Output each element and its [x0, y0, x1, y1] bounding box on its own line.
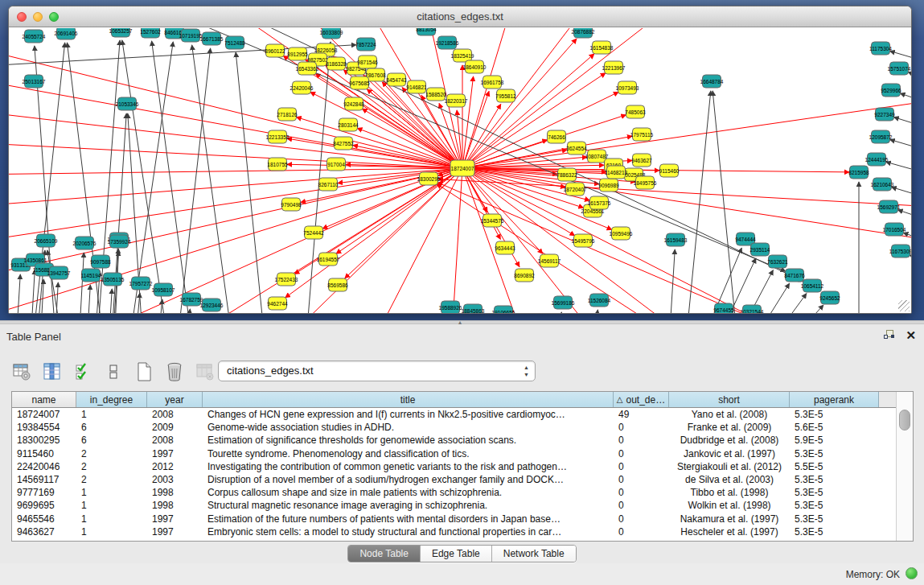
- network-node[interactable]: 11526084: [588, 294, 611, 307]
- network-node[interactable]: 18220317: [445, 94, 468, 107]
- cell-in_degree[interactable]: 1: [76, 408, 147, 421]
- cell-year[interactable]: 2009: [147, 421, 203, 434]
- network-node[interactable]: 10321544: [741, 305, 764, 314]
- cell-year[interactable]: 2012: [147, 460, 203, 473]
- cell-pagerank[interactable]: 5.3E-5: [790, 499, 879, 512]
- network-node[interactable]: 24055724: [23, 30, 46, 43]
- network-node[interactable]: 8454743: [386, 73, 407, 86]
- cell-year[interactable]: 2008: [147, 408, 203, 421]
- network-node[interactable]: 12095872: [869, 130, 893, 143]
- cell-out_de[interactable]: 49: [614, 408, 669, 421]
- table-row[interactable]: 2242004622012Investigating the contribut…: [12, 460, 896, 473]
- network-node[interactable]: 8690892: [514, 269, 535, 282]
- network-node[interactable]: 7632621: [767, 255, 788, 268]
- network-node[interactable]: 13942757: [47, 266, 71, 279]
- cell-in_degree[interactable]: 6: [76, 434, 147, 447]
- select-column-icon[interactable]: [42, 361, 63, 382]
- network-node[interactable]: 10719195: [179, 29, 203, 42]
- network-node[interactable]: 17359924: [108, 235, 131, 248]
- cell-out_de[interactable]: 0: [614, 499, 669, 512]
- cell-name[interactable]: 9699695: [12, 499, 76, 512]
- table-row[interactable]: 911546021997Tourette syndrome. Phenomeno…: [12, 447, 896, 460]
- cell-title[interactable]: Changes of HCN gene expression and I(f) …: [203, 408, 614, 421]
- network-canvas[interactable]: 2405572420691406106532571527602846616210…: [9, 28, 911, 313]
- network-window-titlebar[interactable]: citations_edges.txt: [9, 6, 911, 27]
- network-node[interactable]: 20206576: [73, 237, 97, 249]
- table-row[interactable]: 977716911998Corpus callosum shape and si…: [12, 486, 896, 499]
- cell-title[interactable]: Corpus callosum shape and size in male p…: [203, 486, 614, 499]
- table-row[interactable]: 946362711997Embryonic stem cells: a mode…: [12, 525, 896, 538]
- network-node[interactable]: 9097588: [90, 255, 111, 268]
- cell-name[interactable]: 22420046: [12, 460, 76, 473]
- cell-name[interactable]: 18300295: [12, 434, 76, 447]
- table-scrollbar-thumb[interactable]: [899, 410, 910, 431]
- network-view-window[interactable]: citations_edges.txt 24055724206914061065…: [8, 6, 912, 314]
- cell-year[interactable]: 1998: [147, 499, 203, 512]
- table-row[interactable]: 1938455462009Genome-wide association stu…: [12, 421, 896, 434]
- cell-year[interactable]: 2008: [147, 434, 203, 447]
- cell-title[interactable]: Disruption of a novel member of a sodium…: [203, 473, 614, 486]
- network-node[interactable]: 9115460: [659, 164, 680, 177]
- tab-network-table[interactable]: Network Table: [492, 546, 576, 562]
- cell-in_degree[interactable]: 1: [76, 486, 147, 499]
- column-header-name[interactable]: name: [12, 392, 76, 407]
- network-node[interactable]: 22420046: [290, 81, 314, 94]
- network-node[interactable]: 15751074: [888, 62, 911, 75]
- cell-out_de[interactable]: 0: [614, 421, 669, 434]
- network-node[interactable]: 9634443: [495, 241, 515, 254]
- network-node[interactable]: 8427552: [333, 137, 354, 150]
- network-node[interactable]: 14569117: [538, 254, 561, 267]
- network-node[interactable]: 18300295: [417, 172, 441, 185]
- cell-in_degree[interactable]: 1: [76, 513, 147, 525]
- network-node[interactable]: 917004: [327, 158, 346, 171]
- column-header-short[interactable]: short: [669, 392, 790, 407]
- cell-title[interactable]: Tourette syndrome. Phenomenology and cla…: [203, 447, 614, 460]
- network-node[interactable]: 8471676: [784, 269, 805, 282]
- network-node[interactable]: 17975115: [630, 128, 654, 141]
- network-node[interactable]: 20665109: [35, 234, 58, 247]
- network-node[interactable]: 7524442: [303, 226, 324, 239]
- network-node[interactable]: 2803144: [338, 118, 359, 131]
- cell-out_de[interactable]: 0: [614, 473, 669, 486]
- network-node[interactable]: 8215958: [848, 166, 869, 179]
- window-resize-grip[interactable]: [898, 300, 910, 311]
- network-node[interactable]: 8569586: [327, 278, 348, 291]
- network-node[interactable]: 9462744: [267, 297, 288, 310]
- network-node[interactable]: 9675685: [349, 76, 370, 89]
- cell-short[interactable]: Stergiakouli et al. (2012): [669, 460, 790, 473]
- cell-title[interactable]: Structural magnetic resonance image aver…: [203, 499, 614, 512]
- cell-out_de[interactable]: 0: [614, 486, 669, 499]
- float-panel-icon[interactable]: [884, 330, 894, 340]
- cell-pagerank[interactable]: 5.9E-5: [790, 434, 879, 447]
- table-row[interactable]: 1456911722003Disruption of a novel membe…: [12, 473, 896, 486]
- network-node[interactable]: 16157376: [588, 196, 611, 209]
- network-node[interactable]: 16210643: [871, 178, 894, 191]
- cell-year[interactable]: 1997: [147, 525, 203, 538]
- network-node[interactable]: 8912955: [287, 47, 308, 60]
- network-hub-node[interactable]: 18724007: [450, 160, 474, 176]
- tab-edge-table[interactable]: Edge Table: [421, 546, 492, 562]
- network-node[interactable]: 7886322: [556, 168, 577, 181]
- network-node[interactable]: 10958107: [152, 283, 175, 296]
- cell-in_degree[interactable]: 2: [76, 473, 147, 486]
- network-node[interactable]: 16543362: [296, 62, 319, 75]
- network-node[interactable]: 16154838: [590, 41, 614, 54]
- cell-name[interactable]: 19384554: [12, 421, 76, 434]
- network-node[interactable]: 13505135: [101, 273, 125, 286]
- cell-in_degree[interactable]: 6: [76, 421, 147, 434]
- cell-name[interactable]: 9465546: [12, 513, 76, 525]
- network-node[interactable]: 16671385: [200, 32, 224, 45]
- cell-short[interactable]: Franke et al. (2009): [669, 421, 790, 434]
- tab-node-table[interactable]: Node Table: [348, 546, 421, 562]
- network-node[interactable]: 19218586: [436, 36, 459, 49]
- network-node[interactable]: 9871546: [357, 56, 378, 68]
- network-node[interactable]: 1810755: [267, 158, 288, 171]
- column-header-year[interactable]: year: [147, 392, 203, 407]
- network-node[interactable]: 9529966: [881, 84, 901, 97]
- table-row[interactable]: 969969511998Structural magnetic resonanc…: [12, 499, 896, 512]
- network-node[interactable]: 3624554: [566, 142, 587, 154]
- cell-short[interactable]: Dudbridge et al. (2008): [669, 434, 790, 447]
- cell-pagerank[interactable]: 5.3E-5: [790, 408, 879, 421]
- table-row[interactable]: 946554611997Estimation of the future num…: [12, 513, 896, 525]
- cell-year[interactable]: 2003: [147, 473, 203, 486]
